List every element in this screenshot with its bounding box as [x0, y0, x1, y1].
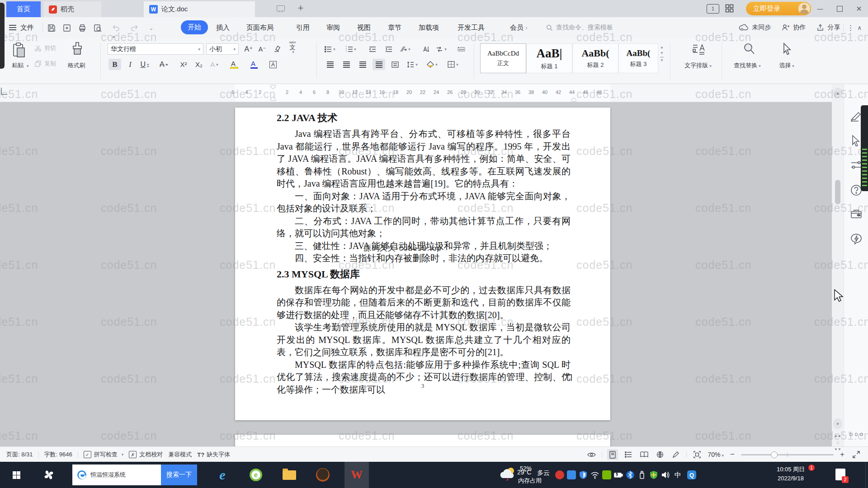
more-options-icon[interactable] — [847, 23, 854, 32]
collapse-ribbon-icon[interactable] — [857, 24, 862, 31]
command-search[interactable]: 查找命令、搜索模板 — [546, 22, 613, 33]
ribbon-tab-member[interactable]: 会员 — [510, 17, 528, 38]
taskbar-search-box[interactable]: 恒温恒湿系统 搜索一下 — [72, 465, 197, 485]
close-button[interactable] — [852, 2, 866, 15]
export-icon[interactable] — [62, 23, 71, 33]
ribbon-tab-review[interactable]: 审阅 — [326, 17, 340, 38]
find-replace-button[interactable]: 查找替换 — [729, 61, 766, 70]
quick-tools-icon[interactable] — [850, 233, 862, 245]
select-browse-object-button[interactable]: □ — [833, 439, 842, 446]
zoom-level[interactable]: 70% — [708, 451, 724, 458]
align-right-button[interactable] — [356, 59, 369, 70]
minimize-button[interactable] — [813, 2, 827, 15]
scroll-up-button[interactable]: ▲ — [833, 88, 842, 99]
tray-battery-icon[interactable] — [614, 470, 623, 479]
document-area[interactable]: 2.2 JAVA 技术 Java 编程语言具有跨平台、分布式、可移植等多种特性，… — [0, 102, 832, 446]
restore-button[interactable] — [832, 2, 847, 15]
show-desktop-button[interactable] — [865, 462, 868, 488]
browser-360-taskbar-icon[interactable] — [244, 462, 268, 488]
select-icon[interactable] — [774, 42, 799, 55]
collaborate-icon[interactable] — [782, 24, 790, 31]
page-view-icon[interactable] — [607, 449, 618, 460]
save-icon[interactable] — [47, 23, 56, 33]
strikethrough-button[interactable]: A — [157, 59, 170, 70]
share-label[interactable]: 分享 — [827, 23, 840, 32]
horizontal-ruler[interactable]: 642 246810121416182022242628303234363840… — [0, 84, 832, 102]
first-line-indent-marker[interactable] — [270, 85, 276, 92]
ie-taskbar-icon[interactable]: e — [211, 462, 234, 488]
pinyin-guide-button[interactable]: wén 文 — [285, 42, 300, 53]
sync-status-label[interactable]: 未同步 — [752, 23, 771, 32]
decrease-indent-button[interactable] — [366, 43, 379, 55]
monitor-icon[interactable] — [277, 5, 285, 11]
char-border-button[interactable]: A — [267, 59, 279, 70]
eye-protection-icon[interactable] — [586, 449, 597, 460]
tab-document[interactable]: 论文.doc — [144, 1, 255, 17]
font-name-combo[interactable]: 华文行楷 — [108, 43, 203, 55]
read-layout-icon[interactable] — [639, 449, 650, 460]
tray-nvidia-icon[interactable] — [602, 470, 611, 479]
sync-cloud-icon[interactable] — [739, 24, 749, 31]
right-indent-marker[interactable] — [571, 95, 576, 101]
edge-scroll-handle[interactable] — [0, 3, 5, 69]
borders-button[interactable] — [447, 59, 459, 70]
ribbon-tab-layout[interactable]: 页面布局 — [246, 17, 274, 38]
grow-font-button[interactable]: A⁺ — [242, 43, 255, 55]
scroll-down-button[interactable]: ▼ — [833, 418, 842, 429]
share-icon[interactable] — [816, 24, 824, 31]
format-painter-icon[interactable] — [71, 42, 84, 59]
zoom-slider-thumb[interactable] — [771, 451, 778, 458]
paste-icon[interactable] — [12, 42, 26, 59]
more-commands-icon[interactable]: ⌄ — [149, 25, 158, 34]
superscript-button[interactable]: X² — [177, 59, 190, 70]
more-tools-icon[interactable] — [849, 433, 863, 436]
tray-360-shield-icon[interactable] — [649, 470, 658, 479]
apps-grid-icon[interactable] — [725, 4, 734, 13]
fit-page-icon[interactable] — [692, 449, 703, 460]
style-heading1[interactable]: AaB| 标题 1 — [526, 43, 572, 73]
ime-indicator[interactable]: 中 — [675, 462, 681, 488]
compat-mode[interactable]: 兼容模式 — [168, 450, 192, 459]
doc-proof-button[interactable]: ✗ 文档校对 — [129, 450, 163, 459]
previous-page-button[interactable]: ▲▲ — [833, 432, 842, 439]
increase-indent-button[interactable] — [382, 43, 395, 55]
next-page-edge[interactable] — [235, 435, 610, 446]
write-mode-icon[interactable] — [670, 449, 681, 460]
missing-font-button[interactable]: T? 缺失字体 — [197, 450, 230, 459]
ribbon-tab-references[interactable]: 引用 — [296, 17, 310, 38]
paste-button[interactable]: 粘贴 — [6, 61, 34, 70]
ribbon-tab-home[interactable]: 开始 — [181, 20, 208, 34]
tray-usb-tool-icon[interactable] — [567, 470, 576, 479]
wps-taskbar-icon[interactable]: W — [344, 462, 369, 488]
font-size-combo[interactable]: 小初 — [206, 43, 239, 55]
web-layout-icon[interactable] — [655, 449, 665, 460]
tab-docer[interactable]: 稻壳 — [43, 1, 101, 17]
outline-view-icon[interactable] — [623, 449, 634, 460]
highlight-color-button[interactable]: A — [227, 59, 240, 70]
tab-settings-button[interactable] — [455, 43, 467, 55]
ribbon-tab-insert[interactable]: 插入 — [216, 17, 230, 38]
tray-volume-icon[interactable] — [661, 470, 670, 479]
zoom-slider[interactable] — [741, 454, 834, 455]
shading-button[interactable] — [426, 59, 439, 70]
paragraph-marks-button[interactable] — [435, 43, 448, 55]
login-button[interactable]: 立即登录 — [746, 2, 811, 15]
file-menu[interactable]: 文件 — [9, 17, 34, 38]
tray-shield-blue-icon[interactable] — [579, 470, 588, 479]
tab-home[interactable]: 首页 — [6, 1, 41, 17]
memory-label[interactable]: 内存占用 — [518, 468, 542, 488]
text-layout-button[interactable]: 文字排版 — [680, 61, 716, 70]
numbering-button[interactable] — [344, 43, 357, 55]
subscript-button[interactable]: X₂ — [193, 59, 205, 70]
text-direction-button[interactable] — [399, 43, 411, 55]
print-icon[interactable] — [78, 23, 87, 33]
bullets-button[interactable] — [324, 43, 336, 55]
next-page-button[interactable]: ▼▼ — [833, 446, 842, 453]
vertical-scrollbar[interactable]: ▲ ▼ ▲▲ □ ▼▼ — [832, 84, 844, 446]
bold-button[interactable]: B — [108, 59, 121, 70]
fullscreen-icon[interactable] — [851, 449, 862, 460]
line-spacing-button[interactable] — [406, 59, 419, 70]
hanging-indent-marker[interactable] — [270, 94, 276, 100]
collaborate-label[interactable]: 协作 — [793, 23, 806, 32]
styles-scroll-arrows[interactable]: ▲▼▼ — [660, 45, 664, 62]
